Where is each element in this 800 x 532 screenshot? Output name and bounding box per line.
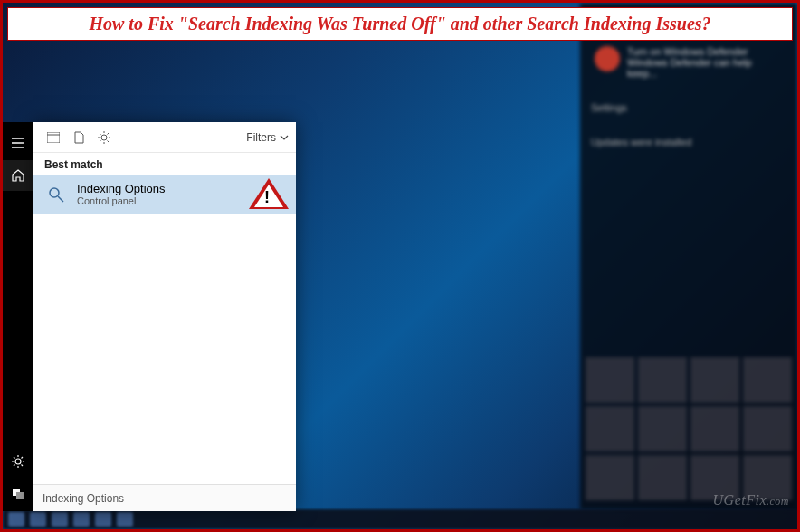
notification-item[interactable]: Turn on Windows Defender Windows Defende…	[587, 39, 790, 86]
taskbar	[3, 509, 797, 529]
home-icon[interactable]	[3, 160, 33, 191]
filters-dropdown[interactable]: Filters	[246, 131, 289, 144]
indexing-icon	[46, 184, 68, 205]
svg-point-0	[15, 459, 21, 464]
search-result-indexing-options[interactable]: Indexing Options Control panel	[33, 175, 296, 214]
taskbar-app[interactable]	[95, 512, 111, 527]
search-rail	[3, 122, 33, 511]
search-query-text: Indexing Options	[43, 492, 124, 505]
taskbar-app[interactable]	[73, 512, 90, 527]
quick-tile[interactable]	[690, 406, 739, 451]
taskbar-search-icon[interactable]	[30, 512, 46, 527]
start-button[interactable]	[8, 512, 24, 527]
quick-tile[interactable]	[743, 357, 792, 403]
result-title: Indexing Options	[77, 182, 166, 195]
action-center-panel: ACTION CENTER Turn on Windows Defender W…	[580, 3, 797, 509]
search-results-body	[33, 214, 296, 484]
result-subtitle: Control panel	[77, 195, 166, 206]
hamburger-icon[interactable]	[3, 128, 33, 158]
quick-action-tiles	[586, 357, 792, 500]
quick-tile[interactable]	[586, 357, 634, 403]
svg-rect-2	[16, 492, 24, 499]
page-title-banner: How to Fix "Search Indexing Was Turned O…	[7, 7, 793, 41]
gear-icon[interactable]	[3, 446, 33, 477]
taskview-icon[interactable]	[52, 512, 68, 527]
watermark-main: UGetFix	[713, 492, 767, 508]
watermark-suffix: .com	[767, 495, 789, 508]
defender-icon	[595, 46, 620, 71]
quick-tile[interactable]	[638, 357, 687, 403]
quick-tile[interactable]	[638, 406, 687, 451]
quick-tile[interactable]	[586, 455, 634, 500]
watermark: UGetFix.com	[713, 492, 789, 508]
search-filter-header: Filters	[33, 122, 296, 153]
svg-point-6	[50, 188, 59, 197]
settings-filter-icon[interactable]	[91, 125, 117, 150]
feedback-icon[interactable]	[3, 479, 33, 509]
taskbar-app[interactable]	[117, 512, 133, 527]
warning-icon	[249, 178, 289, 209]
title-text: How to Fix "Search Indexing Was Turned O…	[89, 14, 710, 33]
quick-tile[interactable]	[690, 357, 739, 403]
filters-label: Filters	[246, 131, 276, 144]
notification-body: Windows Defender can help keep...	[627, 57, 783, 79]
quick-tile[interactable]	[743, 406, 792, 451]
quick-tile[interactable]	[638, 455, 687, 500]
settings-section-label: Settings	[580, 95, 797, 120]
apps-filter-icon[interactable]	[41, 125, 66, 150]
chevron-down-icon	[280, 135, 289, 140]
documents-filter-icon[interactable]	[66, 125, 91, 150]
search-input[interactable]: Indexing Options	[33, 484, 296, 511]
svg-point-5	[101, 135, 107, 140]
best-match-label: Best match	[33, 153, 296, 175]
quick-tile[interactable]	[586, 406, 634, 451]
svg-rect-3	[47, 132, 60, 143]
svg-line-7	[58, 196, 63, 202]
updates-line: Updates were installed	[580, 129, 797, 155]
notification-title: Turn on Windows Defender	[627, 46, 783, 57]
search-results-popup: Filters Best match Indexing Options Cont…	[33, 122, 296, 511]
